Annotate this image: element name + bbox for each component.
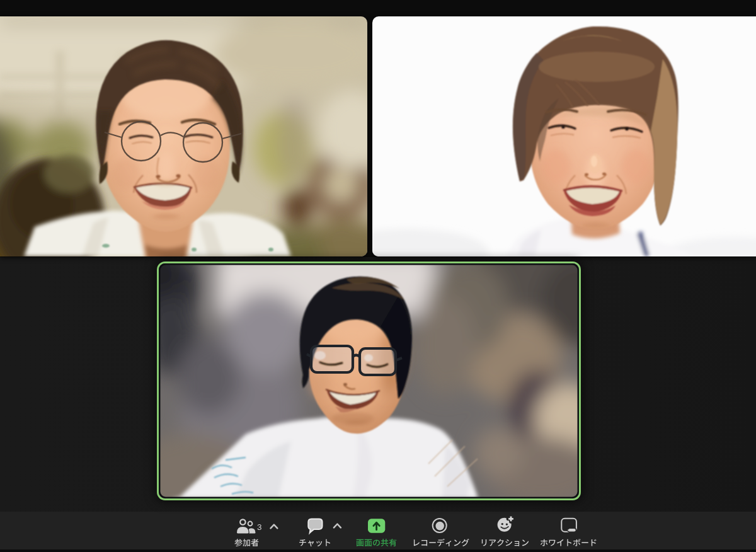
svg-text:3: 3 [257, 522, 262, 532]
